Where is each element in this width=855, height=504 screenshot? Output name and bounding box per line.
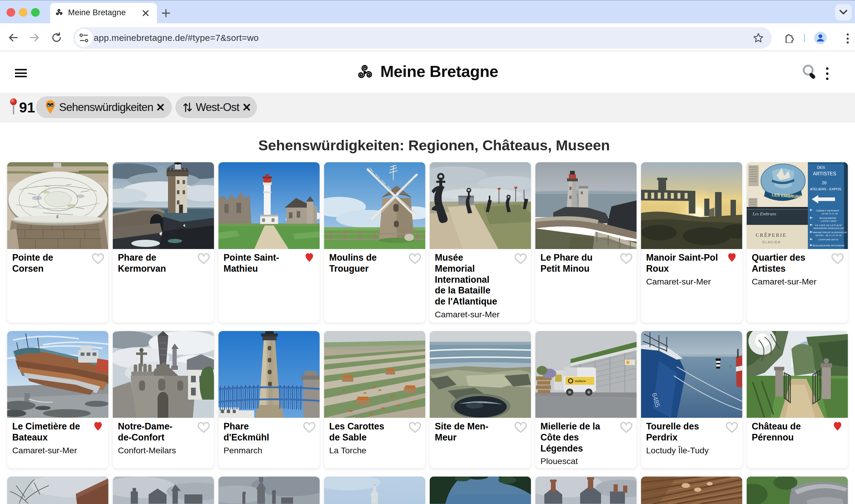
svg-text:ATELIERS - EXPOS: ATELIERS - EXPOS	[810, 187, 841, 191]
svg-text:COIFFURE MIXTE: COIFFURE MIXTE	[818, 238, 839, 241]
svg-text:ARTISTES: ARTISTES	[813, 171, 836, 176]
svg-text:BOUQUINERIE: BOUQUINERIE	[819, 217, 836, 219]
svg-text:BOULANGERIE PATISSERIE: BOULANGERIE PATISSERIE	[813, 244, 844, 247]
svg-text:CRÊPERIE: CRÊPERIE	[756, 232, 787, 238]
svg-text:Les Embruns: Les Embruns	[752, 212, 776, 216]
svg-text:DES: DES	[817, 165, 825, 170]
svg-text:MAGNETISEUR GUERISSEUR: MAGNETISEUR GUERISSEUR	[813, 231, 847, 234]
svg-text:E: E	[56, 215, 59, 219]
svg-text:02 98 73 17 84: 02 98 73 17 84	[822, 212, 838, 215]
svg-text:20: 20	[822, 180, 827, 185]
svg-text:GLACIER: GLACIER	[762, 240, 781, 244]
svg-text:"LE CAFE DE LA PLACE": "LE CAFE DE LA PLACE"	[815, 224, 842, 227]
svg-text:BRASSERIE ENSOLEILLEE: BRASSERIE ENSOLEILLEE	[814, 227, 844, 230]
svg-text:miellerie: miellerie	[575, 380, 586, 383]
svg-text:ASTRO - 06 71 37 37 00: ASTRO - 06 71 37 37 00	[815, 234, 842, 237]
svg-text:CABINET INFIRMIER: CABINET INFIRMIER	[816, 209, 839, 212]
svg-text:"L'EFFET-MER": "L'EFFET-MER"	[820, 220, 837, 222]
